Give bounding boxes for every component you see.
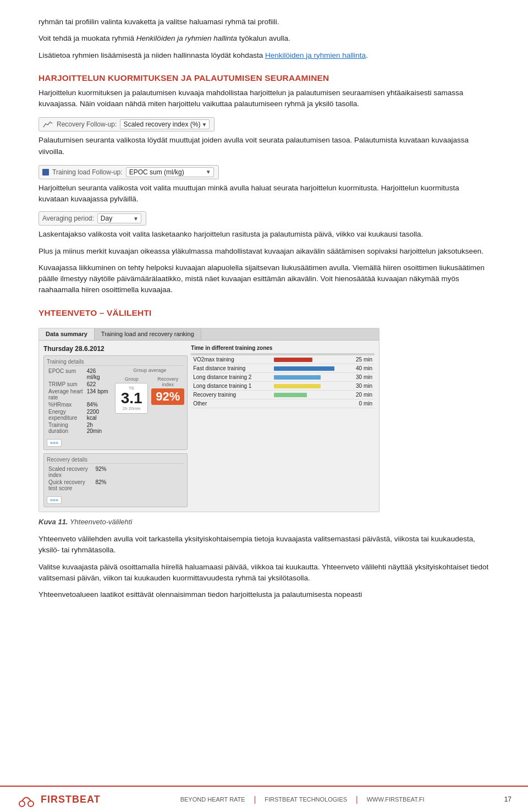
caption-text: Yhteenveto-välilehti [70, 518, 132, 526]
intro-paragraph-3: Lisätietoa ryhmien lisäämisestä ja niide… [38, 50, 490, 61]
table-row: TRIMP sum622 [47, 381, 111, 388]
table-row: Quick recovery test score82% [47, 479, 125, 492]
recovery-followup-select[interactable]: Scaled recovery index (%) ▼ [120, 119, 210, 129]
training-followup-label: Training load Follow-up: [52, 168, 123, 176]
averaging-select-arrow: ▼ [133, 216, 139, 222]
averaging-period-select[interactable]: Day ▼ [97, 213, 141, 223]
caption: Kuva 11. Yhteenveto-välilehti [38, 517, 490, 528]
caption-desc-1: Yhteenveto välilehden avulla voit tarkas… [38, 534, 490, 556]
table-row: Average heart rate134 bpm [47, 388, 111, 401]
group-average-label: Group average [133, 367, 166, 373]
recovery-chart-icon [42, 120, 53, 129]
training-followup-select[interactable]: EPOC sum (ml/kg) ▼ [126, 167, 214, 177]
recovery-followup-box: Recovery Follow-up: Scaled recovery inde… [38, 117, 215, 131]
footer-divider-2: | [356, 795, 358, 804]
intro-paragraph-1: ryhmän tai profiilin valinta kuvaketta j… [38, 17, 490, 28]
widget3-description-2: Plus ja miinus merkit kuvaajan oikeassa … [38, 246, 490, 257]
widget3-description-3: Kuvaajassa liikkuminen on tehty helpoksi… [38, 262, 490, 296]
zone-bar-long2 [274, 375, 321, 380]
summary-date: Thursday 28.6.2012 [43, 345, 188, 353]
table-row: Scaled recovery index92% [47, 465, 125, 479]
footer-center: BEYOND HEART RATE | FIRSTBEAT TECHNOLOGI… [180, 795, 425, 804]
training-details-label: Training details [47, 359, 184, 366]
table-row: Other 0 min [191, 399, 375, 408]
te-box: TE 3.1 2h 20min [115, 383, 148, 414]
hallinta-link[interactable]: Henkilöiden ja ryhmien hallinta [265, 51, 366, 59]
caption-desc-3: Yhteenvetoalueen laatikot esittävät olen… [38, 589, 490, 600]
averaging-period-label: Averaging period: [42, 215, 94, 222]
svg-point-0 [19, 801, 25, 806]
svg-point-1 [28, 801, 34, 806]
caption-label: Kuva 11. [38, 518, 68, 526]
zone-bar-vo2max [274, 358, 312, 362]
footer-tagline: BEYOND HEART RATE [180, 796, 245, 803]
table-row: VO2max training 25 min [191, 355, 375, 364]
table-row: Energy expenditure2200 kcal [47, 408, 111, 421]
summary-tabs: Data summary Training load and recovery … [39, 328, 379, 341]
tab-training-ranking[interactable]: Training load and recovery ranking [95, 328, 201, 340]
group-label: Group [115, 376, 148, 382]
training-followup-box: Training load Follow-up: EPOC sum (ml/kg… [38, 165, 219, 179]
widget2-description: Harjoittelun seuranta valikosta voit val… [38, 183, 490, 205]
recovery-followup-widget: Recovery Follow-up: Scaled recovery inde… [38, 117, 490, 131]
footer: FIRSTBEAT BEYOND HEART RATE | FIRSTBEAT … [0, 786, 528, 812]
firstbeat-logo-icon [16, 789, 36, 809]
table-row: Training duration2h 20min [47, 421, 111, 435]
zones-title: Time in different training zones [191, 345, 375, 351]
training-color-icon [42, 169, 49, 175]
recovery-more-btn[interactable]: »»» [47, 496, 62, 504]
zones-table: VO2max training 25 min Fast distance tra… [191, 353, 375, 408]
training-more-btn[interactable]: »»» [47, 439, 62, 447]
widget3-description-1: Laskentajakso valikosta voit valita lask… [38, 229, 490, 240]
summary-left: Thursday 28.6.2012 Training details EPOC… [43, 345, 188, 507]
recovery-details-label: Recovery details [47, 457, 184, 464]
table-row: Recovery training 20 min [191, 390, 375, 399]
footer-page-number: 17 [504, 795, 512, 803]
training-followup-widget: Training load Follow-up: EPOC sum (ml/kg… [38, 165, 490, 179]
tab-data-summary[interactable]: Data summary [39, 328, 95, 340]
widget1-description: Palautumisen seuranta valikosta löydät m… [38, 135, 490, 157]
zone-bar-long1 [274, 384, 321, 388]
table-row: Long distance training 2 30 min [191, 372, 375, 381]
zone-bar-fast [274, 366, 334, 371]
recovery-index-label: Recovery index [151, 376, 184, 387]
averaging-period-widget: Averaging period: Day ▼ [38, 211, 490, 226]
summary-body: Thursday 28.6.2012 Training details EPOC… [39, 341, 379, 512]
section1-subtext: Harjoittelun kuormituksen ja palautumise… [38, 87, 490, 110]
averaging-period-box: Averaging period: Day ▼ [38, 211, 146, 226]
intro-paragraph-2: Voit tehdä ja muokata ryhmiä Henkilöiden… [38, 33, 490, 44]
te-sub: 2h 20min [120, 406, 143, 411]
recovery-followup-label: Recovery Follow-up: [57, 120, 117, 128]
section1-heading: HARJOITTELUN KUORMITUKSEN JA PALAUTUMISE… [38, 73, 490, 83]
training-details-table: EPOC sum426 ml/kg TRIMP sum622 Average h… [47, 367, 111, 435]
table-row: %HRmax84% [47, 401, 111, 408]
footer-divider-1: | [254, 795, 256, 804]
table-row: EPOC sum426 ml/kg [47, 367, 111, 381]
table-row: Fast distance training 40 min [191, 364, 375, 372]
page-container: ryhmän tai profiilin valinta kuvaketta j… [0, 0, 528, 812]
recovery-select-arrow: ▼ [202, 122, 207, 128]
footer-logo: FIRSTBEAT [16, 789, 101, 809]
footer-website: WWW.FIRSTBEAT.FI [367, 796, 425, 803]
recovery-details-table: Scaled recovery index92% Quick recovery … [47, 465, 125, 492]
footer-company: FIRSTBEAT TECHNOLOGIES [265, 796, 347, 803]
recovery-value: 92% [156, 391, 180, 403]
summary-screenshot: Data summary Training load and recovery … [38, 328, 380, 512]
caption-desc-2: Valitse kuvaajasta päivä osoittamalla hi… [38, 562, 490, 584]
summary-right: Time in different training zones VO2max … [191, 345, 375, 507]
training-select-arrow: ▼ [206, 169, 211, 175]
section2-heading: YHTEENVETO – VÄLILEHTI [38, 308, 490, 318]
zone-bar-recovery [274, 393, 307, 397]
te-value: 3.1 [120, 391, 143, 406]
table-row: Long distance training 1 30 min [191, 381, 375, 390]
recovery-box: 92% [151, 388, 184, 405]
footer-logo-text: FIRSTBEAT [41, 794, 101, 805]
